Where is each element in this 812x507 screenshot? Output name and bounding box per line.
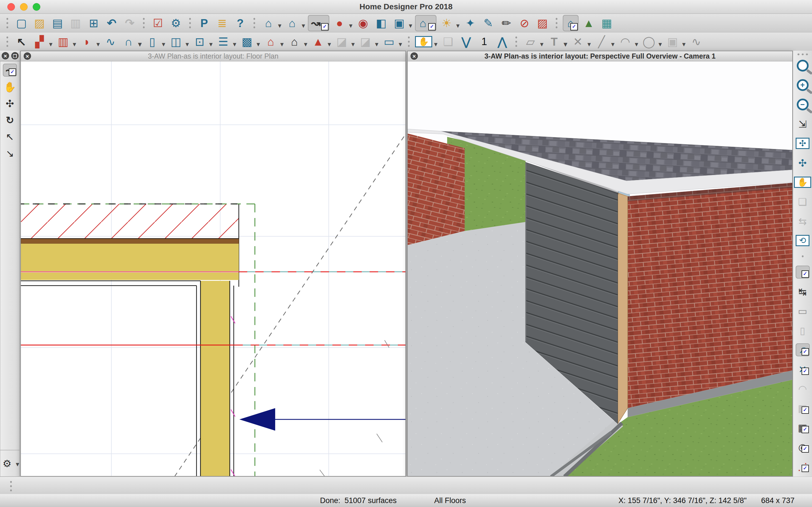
stairs-button[interactable]: ☰ (215, 34, 237, 50)
close-icon[interactable]: ✕ (2, 52, 9, 59)
fill-window-building-only-button[interactable]: ✣ (796, 156, 810, 169)
dormer-button[interactable]: ⌂ (287, 34, 308, 50)
move-camera-tool[interactable]: ✣ (3, 97, 17, 110)
view-display-options-button[interactable]: ⌂ (415, 15, 437, 31)
wood-corner-trim[interactable] (618, 193, 627, 424)
close-icon[interactable]: ✕ (24, 52, 31, 60)
cross-marker-button[interactable]: ✕ (570, 34, 591, 50)
material-painter-button[interactable]: ✎ (480, 15, 496, 31)
brick-wall-right[interactable] (627, 183, 792, 408)
arc-centers-ends-toggle[interactable]: ◠ (796, 382, 810, 395)
close-icon[interactable]: ✕ (410, 52, 418, 60)
object-snaps-toggle[interactable]: ◎ (796, 441, 810, 453)
full-camera-button[interactable]: ⌂ (260, 15, 282, 31)
grid-toggle[interactable]: ▦ (796, 402, 810, 414)
zoom-tool-button[interactable] (796, 59, 810, 72)
swap-views-button[interactable]: ❏ (440, 34, 456, 50)
tilt-camera-tool[interactable]: ↖ (3, 130, 17, 143)
fill-window-button[interactable]: ✣ (796, 137, 810, 150)
close-window-button[interactable] (7, 3, 15, 11)
ceiling-plane-button[interactable]: ◪ (357, 34, 379, 50)
default-settings-button[interactable]: ☑ (150, 15, 166, 31)
color-display-options-button[interactable]: ⌂ (563, 15, 578, 31)
pan-window-toggle[interactable]: ✋ (794, 176, 811, 189)
current-floor-indicator[interactable]: 1 (476, 34, 492, 50)
spray-materials-button[interactable]: ✦ (462, 15, 478, 31)
settings-gear-button[interactable]: ⚙ (0, 457, 20, 470)
material-eyedropper-button[interactable]: ✏ (499, 15, 514, 31)
preferences-button[interactable]: P (196, 15, 212, 31)
layers-button[interactable]: ❏ (796, 195, 810, 208)
swap-layers-button[interactable]: ⇆ (796, 215, 810, 228)
wall-right-framing[interactable] (200, 281, 230, 476)
camera-canvas[interactable] (408, 61, 792, 476)
perspective-view-button[interactable]: ⌂ (284, 15, 306, 31)
select-objects-button[interactable]: ↖ (13, 34, 29, 50)
floor-plan-titlebar[interactable]: ✕ 3-AW Plan-as is interior layout: Floor… (21, 51, 405, 61)
brick-wall-left[interactable] (408, 133, 465, 245)
wall-siding-layer[interactable] (21, 239, 239, 244)
break-wall-button[interactable]: ∿ (103, 34, 118, 50)
snap-to-grid-toggle[interactable]: ▦ (796, 421, 810, 434)
walkthrough-path-button[interactable]: ↝ (308, 15, 329, 31)
pan-window-button[interactable]: ✋ (415, 34, 438, 50)
draw-circle-button[interactable]: ◯ (641, 34, 662, 50)
edge-lines-toggle[interactable]: ↹ (796, 285, 810, 298)
railing-button[interactable]: ▥ (55, 34, 77, 50)
dolly-camera-tool[interactable]: ↘ (3, 147, 17, 160)
floor-plan-drawing[interactable] (21, 61, 405, 476)
draw-line-button[interactable]: ╱ (594, 34, 615, 50)
down-one-floor-button[interactable]: ⋁ (458, 34, 474, 50)
patterns-button[interactable]: ▦ (599, 15, 615, 31)
wall-top-framing[interactable] (21, 244, 239, 272)
dock-drag-handle[interactable] (10, 480, 12, 492)
text-button[interactable]: T (546, 34, 567, 50)
redo-button[interactable]: ↷ (122, 15, 138, 31)
draw-arc-button[interactable]: ◠ (617, 34, 639, 50)
pan-3d-tool[interactable]: ✋ (3, 80, 17, 93)
roof-plane-button[interactable]: ◪ (334, 34, 355, 50)
electrical-outlet-button[interactable]: ⊡ (192, 34, 213, 50)
framed-overview-button[interactable]: ▣ (391, 15, 413, 31)
up-one-floor-button[interactable]: ⋀ (494, 34, 510, 50)
materials-rainbow-button[interactable]: ▨ (535, 15, 550, 31)
cabinet-button[interactable]: ◫ (168, 34, 190, 50)
open-plan-button[interactable]: ▨ (32, 15, 47, 31)
blank-pattern-toggle[interactable]: ▭ (796, 304, 810, 318)
save-plan-button[interactable]: ▤ (50, 15, 65, 31)
delete-temporary-dimension-toggle[interactable]: ✕ (796, 363, 810, 376)
record-walkthrough-button[interactable]: ● (332, 15, 353, 31)
new-plan-button[interactable]: ▢ (13, 15, 29, 31)
camera-titlebar[interactable]: ✕ 3-AW Plan-as is interior layout: Persp… (408, 51, 792, 61)
library-browser-button[interactable]: ≣ (214, 15, 230, 31)
zoom-in-button[interactable]: + (796, 78, 810, 92)
edit-walkthrough-path-tool[interactable]: ↝ (3, 64, 17, 76)
terrain-button[interactable]: ▲ (581, 15, 597, 31)
curved-wall-button[interactable]: ◗ (79, 34, 100, 50)
print-button[interactable]: ▥ (68, 15, 84, 31)
snapshot-camera-button[interactable]: ◉ (355, 15, 371, 31)
straight-wall-button[interactable]: ▞ (32, 34, 53, 50)
angle-snaps-toggle[interactable]: ⋰ (796, 460, 810, 473)
delete-objects-button[interactable]: ⊘ (516, 15, 532, 31)
tools-wrench-button[interactable]: ⚙ (168, 15, 184, 31)
restore-icon[interactable]: ❐ (11, 52, 18, 59)
doorway-button[interactable]: ∩ (121, 34, 142, 50)
skylight-button[interactable]: ▲ (310, 34, 332, 50)
undo-button[interactable]: ↶ (104, 15, 119, 31)
video-camera-button[interactable]: ◧ (373, 15, 389, 31)
camera-3d-render[interactable] (408, 61, 792, 476)
help-button[interactable]: ? (232, 15, 248, 31)
dimension-button[interactable]: ▱ (522, 34, 544, 50)
zoom-window-button[interactable] (33, 3, 40, 11)
window-button[interactable]: ▯ (144, 34, 166, 50)
minimize-window-button[interactable] (20, 3, 28, 11)
spline-button[interactable]: ∿ (688, 34, 704, 50)
roof-button[interactable]: ⌂ (263, 34, 284, 50)
send-to-layout-button[interactable]: ⊞ (86, 15, 101, 31)
final-view-button[interactable]: ▯ (796, 324, 810, 337)
library-fixture-button[interactable]: ▩ (239, 34, 260, 50)
zoom-out-button[interactable]: − (796, 98, 810, 111)
color-toggle[interactable]: ◑ (796, 266, 810, 279)
roof-overhang-hatch[interactable] (21, 204, 239, 238)
